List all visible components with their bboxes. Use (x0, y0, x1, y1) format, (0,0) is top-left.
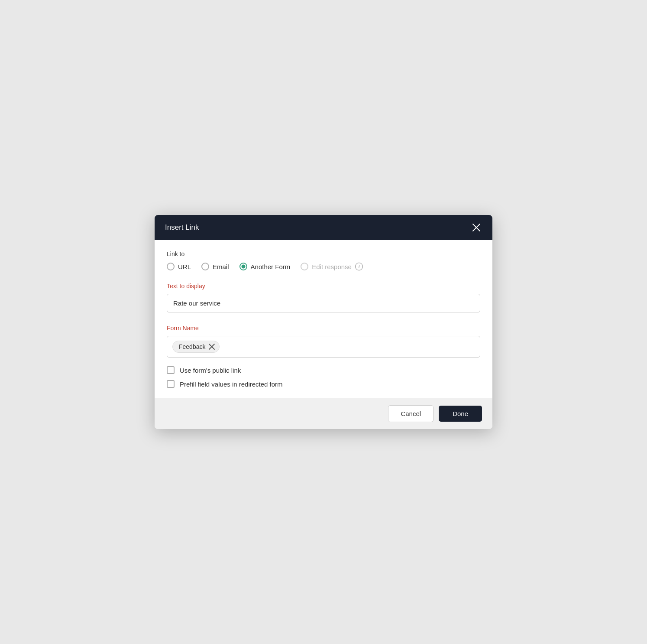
form-name-tag: Feedback (172, 341, 220, 353)
done-button[interactable]: Done (439, 406, 482, 422)
link-to-label: Link to (167, 250, 480, 257)
insert-link-modal: Insert Link Link to URL Email (155, 215, 492, 429)
radio-group: URL Email Another Form Edit response i (167, 263, 480, 270)
radio-url[interactable] (167, 263, 175, 270)
checkbox-public-link-label[interactable]: Use form's public link (180, 367, 241, 374)
radio-email-label[interactable]: Email (213, 263, 229, 270)
checkbox-prefill[interactable] (167, 380, 175, 388)
radio-edit-response[interactable] (301, 263, 308, 270)
text-to-display-input[interactable] (167, 294, 480, 312)
checkbox-prefill-label[interactable]: Prefill field values in redirected form (180, 381, 283, 388)
radio-another-form-label[interactable]: Another Form (251, 263, 291, 270)
modal-title: Insert Link (165, 223, 199, 232)
radio-option-another-form[interactable]: Another Form (239, 263, 291, 270)
form-name-label: Form Name (167, 325, 480, 332)
checkbox-option-prefill[interactable]: Prefill field values in redirected form (167, 380, 480, 388)
checkbox-public-link[interactable] (167, 366, 175, 374)
checkbox-group: Use form's public link Prefill field val… (167, 366, 480, 388)
checkbox-option-public-link[interactable]: Use form's public link (167, 366, 480, 374)
radio-email[interactable] (201, 263, 209, 270)
form-name-tag-remove-button[interactable] (209, 344, 215, 350)
modal-body: Link to URL Email Another Form Edit resp… (155, 240, 492, 398)
radio-url-label[interactable]: URL (178, 263, 191, 270)
radio-option-email[interactable]: Email (201, 263, 229, 270)
modal-footer: Cancel Done (155, 398, 492, 429)
radio-another-form[interactable] (239, 263, 247, 270)
info-icon[interactable]: i (355, 263, 363, 270)
radio-option-edit-response[interactable]: Edit response i (301, 263, 363, 270)
modal-header: Insert Link (155, 215, 492, 240)
text-to-display-label: Text to display (167, 283, 480, 289)
close-button[interactable] (471, 223, 482, 232)
cancel-button[interactable]: Cancel (388, 405, 433, 422)
radio-edit-response-label: Edit response (312, 263, 352, 270)
radio-option-url[interactable]: URL (167, 263, 191, 270)
form-name-tag-value: Feedback (179, 343, 205, 350)
form-name-input-wrapper[interactable]: Feedback (167, 336, 480, 358)
